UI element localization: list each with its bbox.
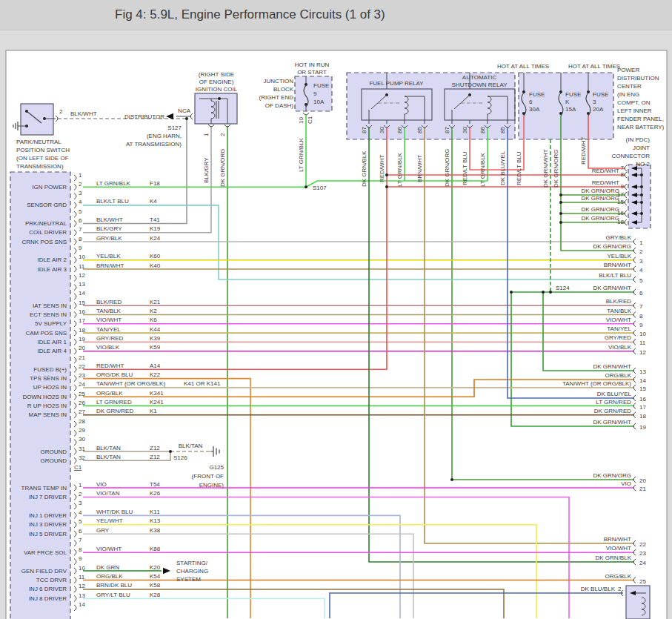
pcm-pin-number: 18 [79,327,85,334]
wire-color-label: DK GRN/ORG [593,243,631,250]
diagram-label: DK GRN/BLK [361,150,367,187]
diagram-label: 30 [379,127,385,133]
splice-dot [169,450,172,453]
wire-color-label: VIO [96,481,107,488]
edge-pin-number: 24 [639,560,646,566]
wire-color-label: LT GRN/RED [596,399,631,406]
diagram-label: 86 [479,127,486,133]
wire-color-label: DK GRN/RED [96,408,133,414]
splice-dot [450,478,453,481]
pcm-pin-number: 7 [79,537,82,543]
circuit-number-label: K22 [150,371,161,378]
wire-color-label: ORG/BLK [605,372,631,379]
wire-color-label: DK GRN/WHT [593,285,631,291]
diagram-label: S126 [173,454,187,461]
diagram-label: 30 [462,127,468,133]
wire-color-label: GRY/BLK [605,234,631,241]
edge-pin-number: 3 [639,258,643,265]
wire-color-label: LT GRN/RED [96,399,132,406]
diagram-label: POSITION SWITCH [16,147,70,153]
diagram-label: (RIGHT SIDE [199,71,234,78]
splice-dot [542,291,545,294]
diagram-label: SHUTDOWN RELAY [452,82,508,88]
diagram-label: C1 [307,116,313,124]
diagram-label: FUSE [593,91,608,98]
diagram-label: 1 [203,133,210,136]
wire-color-label: VIO/BLK [96,344,120,351]
pcm-pin-number: 4 [79,199,82,205]
diagram-label: BLK/WHT [70,110,97,117]
splice-dot [640,173,643,176]
diagram-label: IGNITION COIL [196,86,238,93]
edge-pin-number: 14 [639,377,646,384]
splice-dot [185,117,188,120]
pcm-pin-label: INJ 7 DRIVER [29,494,67,500]
circuit-number-label: K24 [150,235,161,242]
splice-dot [385,173,388,176]
edge-pin-number: 11 [639,340,646,346]
circuit-number-label: T41 [150,216,160,223]
pcm-pin-number: 1 [79,172,82,179]
wire-color-label: DK GRN/ORG [581,215,619,222]
wire-color-label: TAN/WHT (OR ORG/BLK) [562,380,631,387]
wire-color-label: VIO/BLK [608,344,632,351]
diagram-label: 2 [618,586,622,592]
diagram-label: NO 2 [636,161,650,168]
wire-color-label: BLK/LT BLU [96,198,129,205]
wire-color-label: TAN/YEL [607,325,631,332]
pcm-pin-number: 29 [79,427,85,434]
edge-pin-number: 13 [639,368,646,375]
wire-color-label: TAN/YEL [96,326,121,333]
wire-color-label: YEL/WHT [96,517,123,524]
pcm-pin-number: 16 [79,308,85,315]
splice-dot [510,291,513,294]
diagram-label: RED/LT BLU [462,151,468,185]
diagram-label: ENGINE) [199,482,224,489]
diagram-label: DK GRN/WHT [542,149,549,188]
diagram-label: 85 [499,127,506,133]
circuit-number-label: K341 [150,390,164,397]
diagram-label: (IN ENG [617,91,639,98]
edge-pin-number: 16 [639,396,646,403]
diagram-label: BRN/WHT [416,155,423,182]
diagram-label: (ON LEFT SIDE OF [16,155,69,162]
edge-pin-number: 2 [639,248,643,255]
edge-pin-number: 6 [639,290,643,297]
pcm-pin-number: 17 [79,317,85,324]
joint-pin-number: 9 [621,183,625,190]
edge-pin-number: 19 [639,424,646,431]
pcm-pin-label: IDLE AIR 2 [37,256,67,263]
diagram-label: DISTRIBUTION [617,75,659,82]
circuit-number-label: K59 [150,344,161,351]
splice-dot [549,291,552,294]
diagram-label: DK GRN/ORG [444,148,450,187]
wire-color-label: RED/WHT [592,179,619,186]
pcm-pin-number: 12 [79,272,85,279]
pcm-pin-number: 11 [79,574,85,580]
pcm-pin-label: IDLE AIR 1 [37,339,67,345]
circuit-number-label: K58 [150,582,161,589]
pcm-pin-label: IAT SENS IN [33,302,67,309]
wire-color-label: VIO [621,480,631,487]
pcm-pin-number: 22 [79,363,85,370]
diagram-label: JOINT [633,145,650,151]
circuit-number-label: K60 [150,253,161,259]
splice-dot [218,97,221,100]
splice-dot [559,201,562,204]
wire-color-label: DK GRN/WHT [593,363,631,370]
pcm-pin-number: 3 [79,500,82,506]
wire-color-label: LT GRN/BLK [96,180,131,187]
pcm-pin-number: 10 [79,565,85,572]
wire-color-label: GRY [96,527,110,534]
splice-dot [305,185,307,188]
splice-dot [559,212,562,215]
diagram-label: 15A [565,106,576,113]
pcm-pin-number: 14 [79,601,85,608]
pcm-pin-number: 21 [79,354,85,361]
pcm-pin-label: GROUND [40,448,67,455]
wire-color-label: DK GRN/RED [594,408,631,414]
pcm-pin-number: 3 [79,190,82,196]
diagram-label: HOT IN RUN [295,62,330,68]
wire-color-label: DK GRN/ORG [581,195,619,202]
splice-dot [385,185,388,188]
